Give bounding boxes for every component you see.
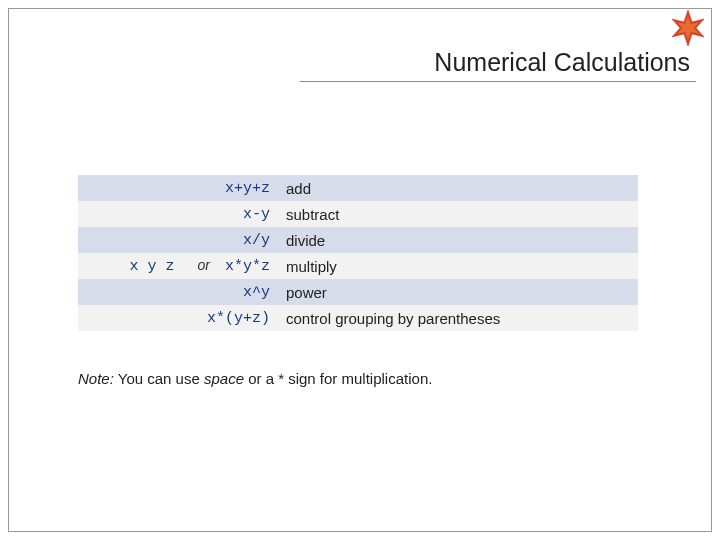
expr-cell: x/y <box>78 227 278 253</box>
table-row: x y z or x*y*z multiply <box>78 253 638 279</box>
desc-cell: divide <box>278 227 638 253</box>
table-row: x-y subtract <box>78 201 638 227</box>
expr-cell: x-y <box>78 201 278 227</box>
desc-cell: subtract <box>278 201 638 227</box>
main-expr: x*y*z <box>225 258 270 275</box>
page-title: Numerical Calculations <box>300 48 696 82</box>
or-label: or <box>198 257 210 273</box>
table-row: x*(y+z) control grouping by parentheses <box>78 305 638 331</box>
table-row: x^y power <box>78 279 638 305</box>
expr-cell: x*(y+z) <box>78 305 278 331</box>
expr-cell: x+y+z <box>78 175 278 201</box>
note-label: Note: <box>78 370 114 387</box>
desc-cell: power <box>278 279 638 305</box>
mathematica-logo-icon <box>664 4 712 52</box>
note-space-word: space <box>204 370 244 387</box>
operators-table: x+y+z add x-y subtract x/y divide x y z … <box>78 175 638 331</box>
note-before: You can use <box>114 370 204 387</box>
desc-cell: multiply <box>278 253 638 279</box>
alt-expr: x y z <box>129 258 174 275</box>
title-area: Numerical Calculations <box>300 48 696 82</box>
table-row: x/y divide <box>78 227 638 253</box>
expr-cell: x^y <box>78 279 278 305</box>
desc-cell: add <box>278 175 638 201</box>
note-text: Note: You can use space or a * sign for … <box>78 370 432 387</box>
desc-cell: control grouping by parentheses <box>278 305 638 331</box>
expr-cell: x y z or x*y*z <box>78 253 278 279</box>
table-row: x+y+z add <box>78 175 638 201</box>
note-after: or a * sign for multiplication. <box>244 370 432 387</box>
